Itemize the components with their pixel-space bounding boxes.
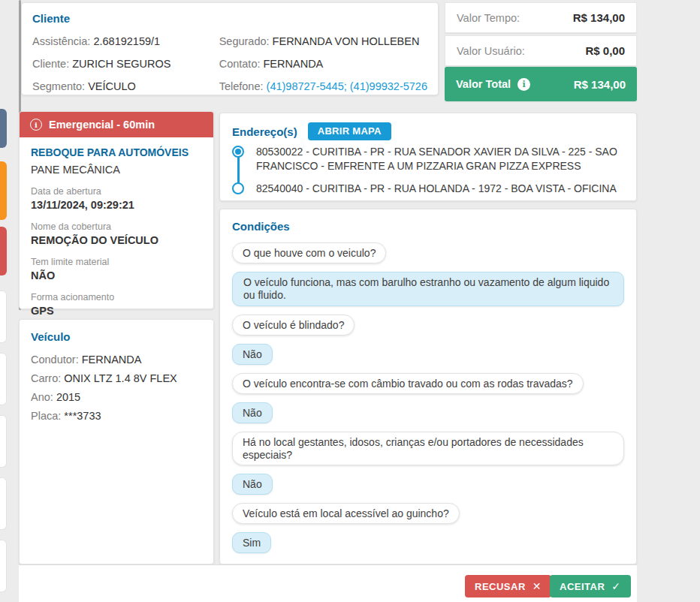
address-card: Endereço(s) ABRIR MAPA 80530022 - CURITI…	[219, 113, 637, 201]
vehicle-field-carro: Carro: ONIX LTZ 1.4 8V FLEX	[31, 372, 202, 385]
reject-button[interactable]: RECUSAR ✕	[465, 575, 551, 597]
addresses-title: Endereço(s)	[232, 125, 297, 138]
emergency-banner-label: Emergencial - 60min	[49, 119, 155, 131]
vehicle-field-ano: Ano: 2015	[31, 391, 202, 404]
origin-point-icon	[232, 146, 244, 158]
valor-total-row: Valor Total i R$ 134,00	[445, 67, 637, 101]
detail-data-abertura: Data de abertura 13/11/2024, 09:29:21	[31, 186, 202, 212]
edge-card-orange[interactable]	[0, 161, 7, 220]
close-icon: ✕	[533, 580, 542, 592]
vehicle-field-condutor: Condutor: FERNANDA	[31, 354, 202, 366]
address-destination: 82540040 - CURITIBA - PR - RUA HOLANDA -…	[256, 182, 624, 196]
vehicle-title: Veículo	[31, 330, 202, 343]
client-field-assistencia: Assistência: 2.68192159/1	[32, 35, 219, 48]
edge-card-white[interactable]	[0, 290, 7, 343]
client-title: Cliente	[32, 12, 427, 25]
condition-question: O que houve com o veiculo?	[232, 242, 386, 263]
client-field-cliente: Cliente: ZURICH SEGUROS	[32, 58, 219, 71]
conditions-title: Condições	[232, 220, 624, 233]
info-icon[interactable]: i	[517, 78, 530, 91]
client-card: Cliente Assistência: 2.68192159/1 Client…	[21, 2, 439, 95]
client-field-segmento: Segmento: VEÍCULO	[32, 80, 219, 93]
valor-usuario-row: Valor Usuário: R$ 0,00	[445, 35, 637, 66]
condition-question: O veículo encontra-se com câmbio travado…	[232, 373, 584, 394]
info-circle-icon: i	[30, 119, 42, 131]
accept-button[interactable]: ACEITAR ✓	[550, 575, 631, 597]
valor-total-label: Valor Total	[456, 78, 511, 90]
condition-answer: Não	[232, 474, 273, 495]
phone-link[interactable]: (41)98727-5445; (41)99932-5726	[267, 80, 427, 92]
condition-answer: O veículo funciona, mas com barulho estr…	[232, 272, 624, 306]
service-card: i Emergencial - 60min REBOQUE PARA AUTOM…	[19, 111, 214, 309]
check-icon: ✓	[611, 580, 620, 592]
vehicle-field-placa: Placa: ***3733	[31, 410, 202, 423]
open-map-button[interactable]: ABRIR MAPA	[308, 122, 391, 140]
action-footer: RECUSAR ✕ ACEITAR ✓	[19, 564, 637, 602]
condition-answer: Sim	[232, 532, 271, 553]
condition-question: O veículo é blindado?	[232, 315, 355, 336]
detail-limite-material: Tem limite material NÃO	[31, 257, 202, 282]
service-problem: PANE MECÂNICA	[31, 164, 202, 176]
emergency-banner: i Emergencial - 60min	[20, 112, 213, 137]
conditions-card: Condições O que houve com o veiculo? O v…	[219, 209, 637, 564]
condition-answer: Não	[232, 344, 273, 365]
route-connector-line	[237, 157, 240, 183]
condition-question: Há no local gestantes, idosos, crianças …	[232, 432, 624, 465]
valor-total-amount: R$ 134,00	[574, 78, 626, 91]
valor-tempo-row: Valor Tempo: R$ 134,00	[445, 2, 637, 33]
address-origin: 80530022 - CURITIBA - PR - RUA SENADOR X…	[256, 145, 624, 173]
edge-card-white[interactable]	[0, 415, 7, 468]
vehicle-card: Veículo Condutor: FERNANDA Carro: ONIX L…	[19, 319, 214, 564]
client-field-telefone: Telefone: (41)98727-5445; (41)99932-5726	[219, 80, 427, 93]
condition-question: Veículo está em local acessível ao guinc…	[232, 503, 460, 524]
edge-card-white[interactable]	[0, 353, 7, 405]
service-name: REBOQUE PARA AUTOMÓVEIS	[31, 146, 202, 159]
client-field-segurado: Segurado: FERNANDA VON HOLLEBEN	[219, 35, 427, 48]
client-field-contato: Contato: FERNANDA	[219, 58, 427, 71]
edge-card-slate[interactable]	[0, 109, 7, 148]
detail-nome-cobertura: Nome da cobertura REMOÇÃO DO VEÍCULO	[31, 221, 202, 247]
edge-card-white[interactable]	[0, 477, 7, 530]
edge-card-red[interactable]	[0, 227, 7, 275]
edge-card-white[interactable]	[0, 540, 7, 592]
detail-forma-acionamento: Forma acionamento GPS	[31, 292, 202, 318]
destination-point-icon	[232, 182, 244, 194]
condition-answer: Não	[232, 402, 273, 423]
